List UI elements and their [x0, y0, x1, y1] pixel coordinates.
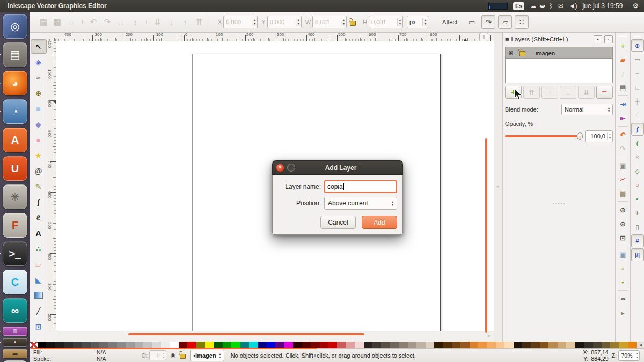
palette-swatch[interactable] — [408, 342, 416, 348]
deselect-icon[interactable]: ◌ — [64, 18, 78, 27]
snap-bbox-edges[interactable]: ┄ — [631, 67, 644, 80]
palette-swatch[interactable] — [416, 342, 425, 348]
layer-lock-toggle[interactable] — [516, 49, 528, 56]
palette-swatch[interactable] — [628, 342, 636, 348]
tool-paint-bucket[interactable]: ◣ — [31, 272, 47, 287]
opacity-slider[interactable] — [505, 135, 581, 137]
duplicate[interactable]: ▣ — [617, 248, 630, 261]
palette-swatch[interactable] — [452, 342, 460, 348]
palette-swatch[interactable] — [504, 342, 513, 348]
palette-swatch[interactable] — [478, 342, 487, 348]
y-field[interactable]: 0,000▴▾ — [267, 16, 302, 28]
blend-mode-select[interactable]: Normal ▴▾ — [561, 104, 613, 115]
tool-pencil[interactable]: ✎ — [31, 179, 47, 194]
snap-nodes[interactable]: ∫ — [631, 123, 644, 136]
panel-splitter[interactable]: ≡ — [494, 32, 502, 342]
vertical-ruler[interactable]: 11001000900800700600500400300200 — [47, 41, 56, 331]
vertical-scrollbar[interactable] — [485, 138, 487, 333]
palette-swatch[interactable] — [443, 342, 451, 348]
tool-gradient[interactable] — [31, 288, 47, 302]
x-stepper[interactable]: ▴▾ — [252, 18, 257, 26]
rotate-ccw-icon[interactable]: ↶ — [86, 17, 100, 27]
layer-visibility-eye-icon[interactable]: ◉ — [506, 50, 516, 56]
mail-icon[interactable]: ✉ — [558, 2, 564, 10]
print-document[interactable]: ▤ — [617, 81, 630, 94]
add-layer-button[interactable]: + — [505, 86, 522, 99]
unit-stepper[interactable]: ▴▾ — [422, 18, 428, 26]
palette-swatch[interactable] — [328, 342, 337, 348]
current-layer-select[interactable]: •imagen ▴▾ — [190, 350, 224, 361]
palette-swatch[interactable] — [558, 342, 566, 348]
tool-connector[interactable]: ⊡ — [31, 319, 47, 334]
zoom-stepper[interactable]: ▴▾ — [635, 352, 639, 359]
launcher-item-terminal[interactable]: >_‣ — [3, 241, 27, 266]
tool-tweak[interactable]: ≈ — [31, 70, 47, 85]
layer-visibility-eye-icon[interactable]: ◉ — [171, 352, 176, 359]
dialog-titlebar[interactable]: × Add Layer — [272, 160, 403, 175]
palette-swatch[interactable] — [487, 342, 496, 348]
palette-swatch[interactable] — [390, 342, 399, 348]
palette-swatch[interactable] — [426, 342, 434, 348]
rotate-cw-icon[interactable]: ↷ — [100, 17, 114, 27]
y-stepper[interactable]: ▴▾ — [296, 18, 301, 26]
snap-page-border[interactable]: ▯ — [631, 220, 644, 233]
launcher-item-purple-app[interactable]: ▥‣ — [3, 327, 27, 336]
lock-ratio-toggle[interactable] — [350, 19, 356, 26]
zoom-to-selection[interactable]: ⊕ — [617, 203, 630, 216]
palette-swatch[interactable] — [514, 342, 522, 348]
snap-object-centers[interactable]: + — [631, 206, 644, 219]
open-document[interactable]: ▰ — [617, 53, 630, 66]
zoom-spinbox[interactable]: 70%▴▾ — [618, 350, 640, 361]
palette-swatch[interactable] — [372, 342, 381, 348]
scroll-right-arrow-icon[interactable]: ▸ — [488, 333, 491, 338]
palette-swatch[interactable] — [610, 342, 619, 348]
palette-swatch[interactable] — [602, 342, 610, 348]
launcher-item-file-manager[interactable]: ▤‣ — [3, 42, 27, 67]
launcher-item-ubuntu-one[interactable]: U — [3, 156, 27, 181]
tool-star[interactable]: ★ — [31, 148, 47, 162]
zoom-to-page[interactable]: ⊡ — [617, 231, 630, 244]
snap-bbox-edge-midpoints[interactable]: ┼ — [631, 95, 644, 108]
redo[interactable]: ↷ — [617, 142, 630, 155]
raise-icon[interactable]: ↑ — [178, 18, 192, 27]
palette-swatch[interactable] — [619, 342, 628, 348]
wifi-icon[interactable]: ))) — [539, 5, 546, 7]
snap-smooth-nodes[interactable]: ○ — [631, 179, 644, 191]
palette-swatch[interactable] — [434, 342, 443, 348]
transform-gradients-toggle[interactable]: ▱ — [498, 15, 512, 29]
export-bitmap[interactable]: ⇤ — [617, 112, 630, 124]
raise-to-top-icon[interactable]: ⇈ — [192, 17, 206, 27]
flip-vertical-icon[interactable]: ↕ — [128, 18, 142, 27]
opacity-slider-thumb[interactable] — [577, 132, 583, 140]
layer-list-empty-area[interactable] — [505, 59, 613, 83]
snap-midpoints[interactable]: • — [631, 193, 644, 205]
w-stepper[interactable]: ▴▾ — [341, 18, 346, 26]
fill-stroke-indicator[interactable]: Fill: N/A Stroke: N/A — [33, 349, 106, 362]
cancel-button[interactable]: Cancel — [320, 216, 356, 229]
tool-ellipse[interactable]: ● — [31, 132, 47, 147]
lower-to-bottom-icon[interactable]: ⇊ — [150, 17, 164, 27]
volume-icon[interactable]: ◄) — [569, 2, 577, 10]
palette-swatch[interactable] — [470, 342, 478, 348]
panel-close-button[interactable]: × — [604, 35, 613, 43]
undo[interactable]: ↶ — [617, 128, 630, 141]
tool-calligraphy[interactable]: ℓ — [31, 210, 47, 225]
palette-swatch[interactable] — [566, 342, 575, 348]
xml-editor[interactable]: </> — [617, 292, 630, 305]
tool-bezier-pen[interactable]: ʃ — [31, 195, 47, 209]
palette-swatch[interactable] — [381, 342, 390, 348]
cut[interactable]: ✂ — [617, 173, 630, 186]
launcher-item-freecad[interactable]: F — [3, 213, 27, 238]
lower-layer-button[interactable]: ↓ — [560, 86, 576, 99]
lower-icon[interactable]: ↓ — [164, 18, 178, 27]
launcher-item-chromium[interactable]: ◔‣ — [3, 99, 27, 124]
snap-enable[interactable]: ⊕ — [631, 39, 644, 52]
bluetooth-icon[interactable]: ᛒ — [548, 2, 552, 10]
tool-text[interactable]: A — [31, 226, 47, 240]
snap-bbox-centers[interactable]: ▫ — [631, 109, 644, 122]
create-clone[interactable]: ▫ — [617, 262, 630, 275]
bar-handle[interactable] — [634, 34, 641, 37]
sync-cloud-icon[interactable]: ☁ — [530, 2, 536, 10]
command-bar-overflow[interactable]: ▸ — [617, 306, 630, 319]
launcher-item-software-center[interactable]: A — [3, 128, 27, 152]
